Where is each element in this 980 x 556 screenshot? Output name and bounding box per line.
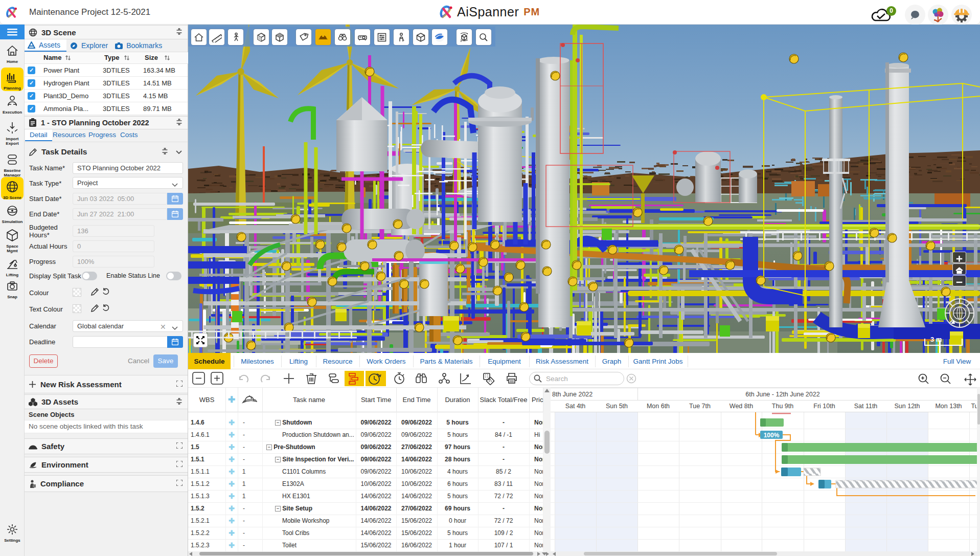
svg-text:100%: 100% [764, 432, 780, 439]
